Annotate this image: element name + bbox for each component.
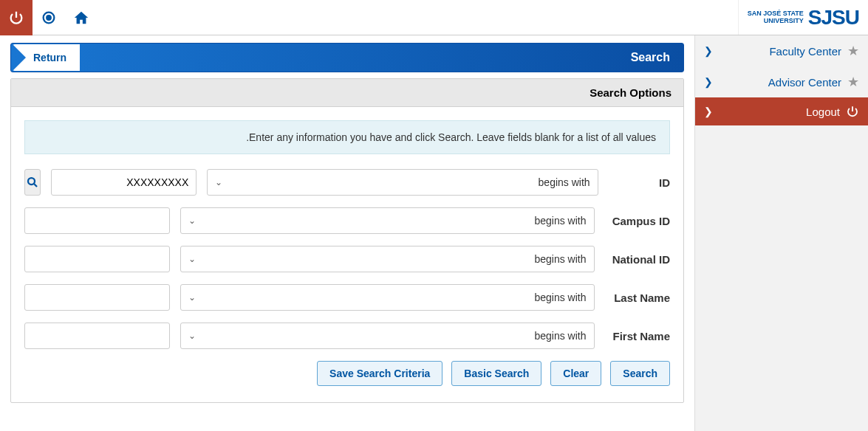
field-label: Last Name bbox=[605, 292, 670, 304]
button-row: Search Clear Basic Search Save Search Cr… bbox=[24, 361, 670, 386]
chevron-down-icon: ⌄ bbox=[188, 216, 196, 226]
top-bar: SJSU SAN JOSÉ STATE UNIVERSITY bbox=[0, 0, 868, 35]
section-title: Search Options bbox=[11, 79, 683, 107]
field-label: National ID bbox=[605, 253, 670, 266]
logo-text: SJSU bbox=[808, 6, 859, 30]
chevron-down-icon: ⌄ bbox=[188, 331, 196, 341]
value-input[interactable] bbox=[24, 207, 170, 234]
value-input[interactable] bbox=[24, 284, 170, 311]
search-card: Search Options Enter any information you… bbox=[10, 78, 684, 403]
chevron-down-icon: ⌄ bbox=[215, 177, 222, 187]
return-button[interactable]: Return bbox=[13, 44, 80, 71]
star-icon: ★ bbox=[847, 74, 859, 90]
star-icon: ★ bbox=[847, 43, 859, 59]
save-criteria-button[interactable]: Save Search Criteria bbox=[317, 361, 442, 386]
chevron-icon: ❮ bbox=[704, 76, 713, 88]
form-row: Last Name begins with ⌄ bbox=[24, 284, 670, 311]
clear-button[interactable]: Clear bbox=[550, 361, 601, 386]
sidebar-label: Advisor Center bbox=[768, 76, 841, 89]
operator-select[interactable]: begins with ⌄ bbox=[180, 323, 595, 349]
chevron-down-icon: ⌄ bbox=[188, 292, 196, 303]
chevron-down-icon: ⌄ bbox=[188, 254, 196, 264]
sidebar-label: Faculty Center bbox=[769, 45, 841, 58]
page-title: Search bbox=[631, 51, 670, 64]
power-icon bbox=[846, 105, 859, 118]
main-content: Search Return Search Options Enter any i… bbox=[0, 35, 694, 431]
field-label: ID bbox=[609, 176, 670, 189]
svg-point-1 bbox=[47, 15, 51, 20]
form-row: Campus ID begins with ⌄ bbox=[24, 207, 670, 234]
basic-search-button[interactable]: Basic Search bbox=[451, 361, 541, 386]
operator-select[interactable]: begins with ⌄ bbox=[180, 284, 595, 311]
field-label: First Name bbox=[605, 330, 670, 342]
page-header: Search Return bbox=[10, 43, 684, 72]
logo: SJSU SAN JOSÉ STATE UNIVERSITY bbox=[738, 0, 868, 35]
operator-select[interactable]: begins with ⌄ bbox=[207, 169, 598, 196]
sidebar: ★ Faculty Center ❮ ★ Advisor Center ❮ Lo… bbox=[694, 35, 868, 431]
operator-select[interactable]: begins with ⌄ bbox=[180, 207, 595, 234]
chevron-icon: ❮ bbox=[704, 106, 713, 117]
lookup-button[interactable] bbox=[24, 169, 41, 196]
value-input[interactable] bbox=[24, 323, 170, 349]
sidebar-item-advisor[interactable]: ★ Advisor Center ❮ bbox=[695, 66, 868, 97]
field-label: Campus ID bbox=[605, 215, 670, 227]
svg-point-2 bbox=[28, 178, 35, 185]
operator-select[interactable]: begins with ⌄ bbox=[180, 246, 595, 272]
info-box: Enter any information you have and click… bbox=[24, 120, 670, 154]
sidebar-item-faculty[interactable]: ★ Faculty Center ❮ bbox=[695, 35, 868, 66]
form-row: National ID begins with ⌄ bbox=[24, 246, 670, 272]
logo-sub2: UNIVERSITY bbox=[748, 18, 804, 25]
value-input[interactable] bbox=[51, 169, 197, 196]
target-icon[interactable] bbox=[33, 0, 65, 35]
home-icon[interactable] bbox=[65, 0, 98, 35]
form-row: First Name begins with ⌄ bbox=[24, 323, 670, 349]
sidebar-label: Logout bbox=[806, 106, 840, 118]
form-row: ID begins with ⌄ bbox=[24, 169, 670, 196]
sidebar-item-logout[interactable]: Logout ❮ bbox=[695, 97, 868, 125]
chevron-icon: ❮ bbox=[704, 45, 713, 57]
power-icon[interactable] bbox=[0, 0, 33, 35]
value-input[interactable] bbox=[24, 246, 170, 272]
search-button[interactable]: Search bbox=[610, 361, 670, 386]
